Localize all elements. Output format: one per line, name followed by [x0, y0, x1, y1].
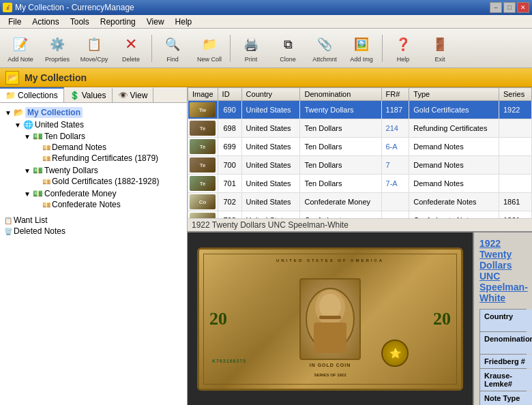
- deleted-notes-label[interactable]: Deleted Notes: [14, 226, 65, 236]
- collection-tree: ▼ 📂 My Collection ▼ 🌐 United States: [0, 103, 187, 405]
- confederate-notes-label[interactable]: Confederate Notes: [52, 200, 121, 209]
- tabs-bar: 📁 Collections 💲 Values 👁️ View: [0, 87, 187, 103]
- add-note-label: Add Note: [8, 56, 33, 63]
- info-strip-text: 1922 Twenty Dollars UNC Speelman-White: [192, 220, 349, 230]
- col-series[interactable]: Series: [499, 88, 531, 101]
- expand-root[interactable]: ▼: [4, 109, 12, 117]
- d-notetype-label: Note Type: [480, 391, 532, 405]
- new-coll-icon: 📁: [198, 33, 220, 55]
- demand-notes-icon: 💴: [42, 144, 50, 151]
- maximize-button[interactable]: □: [503, 2, 516, 13]
- menu-reporting[interactable]: Reporting: [95, 16, 141, 28]
- menu-actions[interactable]: Actions: [27, 16, 64, 28]
- twenty-icon: 💵: [33, 166, 43, 175]
- us-label[interactable]: United States: [35, 120, 84, 130]
- confederate-label[interactable]: Confederate Money: [44, 189, 116, 198]
- gold-certs-row[interactable]: 💴 Gold Certificates (1882-1928): [31, 176, 184, 187]
- confederate-notes-row[interactable]: 💴 Confederate Notes: [31, 199, 184, 210]
- tree-twenty-dollars[interactable]: ▼ 💵 Twenty Dollars 💴 Gold Certificates (…: [22, 164, 184, 188]
- find-button[interactable]: 🔍 Find: [155, 31, 190, 66]
- exit-button[interactable]: 🚪 Exit: [422, 31, 458, 66]
- menu-help[interactable]: Help: [170, 16, 198, 28]
- menu-file[interactable]: File: [3, 16, 27, 28]
- row-fr: 1187: [381, 101, 409, 119]
- twenty-label[interactable]: Twenty Dollars: [44, 166, 98, 175]
- print-button[interactable]: 🖨️ Print: [233, 31, 269, 66]
- expand-us[interactable]: ▼: [14, 121, 22, 129]
- menu-tools[interactable]: Tools: [65, 16, 95, 28]
- deleted-notes-row[interactable]: 🗑️ Deleted Notes: [3, 226, 184, 237]
- tree-confederate-row[interactable]: ▼ 💵 Confederate Money: [22, 188, 184, 199]
- table-row[interactable]: Co 702 United States Confederate Money C…: [188, 193, 532, 211]
- tree-item-us[interactable]: ▼ 🌐 United States ▼ 💵 Ten Dollars: [12, 119, 184, 211]
- delete-button[interactable]: ✕ Delete: [113, 31, 149, 66]
- add-img-button[interactable]: 🖼️ Add Img: [344, 31, 379, 66]
- root-label[interactable]: My Collection: [25, 107, 83, 118]
- demand-notes-row[interactable]: 💴 Demand Notes: [31, 142, 184, 153]
- col-type[interactable]: Type: [409, 88, 499, 101]
- refunding-row[interactable]: 💴 Refunding Certificates (1879): [31, 153, 184, 164]
- clone-button[interactable]: ⧉ Clone: [270, 31, 306, 66]
- col-denomination[interactable]: Denomination: [300, 88, 381, 101]
- gold-certs-label[interactable]: Gold Certificates (1882-1928): [52, 177, 159, 186]
- tree-confederate[interactable]: ▼ 💵 Confederate Money 💴 Confederate Note…: [22, 188, 184, 211]
- menu-view[interactable]: View: [141, 16, 170, 28]
- tree-ten-dollars[interactable]: ▼ 💵 Ten Dollars 💴 Demand Notes: [22, 130, 184, 164]
- twenty-children: 💴 Gold Certificates (1882-1928): [22, 176, 184, 187]
- ten-label[interactable]: Ten Dollars: [44, 132, 85, 141]
- tree-root[interactable]: ▼ 📂 My Collection ▼ 🌐 United States: [3, 106, 184, 212]
- clone-label: Clone: [280, 56, 296, 63]
- want-list-label[interactable]: Want List: [14, 215, 48, 225]
- note-denom-left: 20: [209, 309, 227, 329]
- tree-root-row[interactable]: ▼ 📂 My Collection: [3, 106, 184, 119]
- col-image[interactable]: Image: [188, 88, 218, 101]
- detail-info-panel: 1922 Twenty Dollars UNC Speelman-White C…: [474, 232, 532, 405]
- expand-twenty[interactable]: ▼: [23, 167, 31, 175]
- tree-twenty-row[interactable]: ▼ 💵 Twenty Dollars: [22, 165, 184, 176]
- row-image: Te: [188, 175, 218, 193]
- col-country[interactable]: Country: [241, 88, 300, 101]
- collections-tab-icon: 📁: [5, 91, 16, 100]
- tab-collections[interactable]: 📁 Collections: [0, 87, 64, 102]
- tab-values[interactable]: 💲 Values: [64, 87, 113, 102]
- new-coll-button[interactable]: 📁 New Coll: [192, 31, 227, 66]
- want-list-row[interactable]: 📋 Want List: [3, 215, 184, 226]
- portrait-svg: [303, 282, 357, 357]
- table-row[interactable]: Te 701 United States Ten Dollars 7-A Dem…: [188, 175, 532, 193]
- tree-us-row[interactable]: ▼ 🌐 United States: [12, 119, 184, 130]
- exit-label: Exit: [434, 56, 445, 63]
- col-id[interactable]: ID: [218, 88, 241, 101]
- refunding-label[interactable]: Refunding Certificates (1879): [52, 153, 158, 163]
- close-button[interactable]: ✕: [517, 2, 529, 13]
- expand-confederate[interactable]: ▼: [23, 190, 31, 198]
- table-row[interactable]: Tw 690 United States Twenty Dollars 1187…: [188, 101, 532, 119]
- table-row[interactable]: Te 699 United States Ten Dollars 6-A Dem…: [188, 138, 532, 156]
- col-fr[interactable]: FR#: [381, 88, 409, 101]
- ten-children: 💴 Demand Notes 💴 Refunding Certificates …: [22, 142, 184, 164]
- expand-ten[interactable]: ▼: [23, 133, 31, 140]
- tree-ten-row[interactable]: ▼ 💵 Ten Dollars: [22, 131, 184, 142]
- attachment-button[interactable]: 📎 Attchmnt: [307, 31, 342, 66]
- refunding-icon: 💴: [42, 155, 50, 162]
- properties-button[interactable]: ⚙️ Proprties: [40, 31, 75, 66]
- move-copy-button[interactable]: 📋 Move/Cpy: [76, 31, 112, 66]
- add-note-button[interactable]: 📝 Add Note: [3, 31, 38, 66]
- tab-collections-label: Collections: [18, 91, 58, 100]
- row-fr: [381, 211, 409, 219]
- records-table-container[interactable]: Image ID Country Denomination FR# Type S…: [188, 87, 532, 218]
- row-denomination: Ten Dollars: [300, 175, 381, 193]
- help-button[interactable]: ❓ Help: [385, 31, 421, 66]
- row-image: Co: [188, 193, 218, 211]
- table-row[interactable]: Te 698 United States Ten Dollars 214 Ref…: [188, 119, 532, 138]
- table-row[interactable]: Te 700 United States Ten Dollars 7 Deman…: [188, 156, 532, 175]
- minimize-button[interactable]: –: [490, 2, 502, 13]
- want-list-icon: 📋: [4, 217, 12, 224]
- row-id: 690: [218, 101, 241, 119]
- records-table: Image ID Country Denomination FR# Type S…: [188, 87, 532, 218]
- row-id: 703: [218, 211, 241, 219]
- table-row[interactable]: Co 703 United States Confederate Confede…: [188, 211, 532, 219]
- demand-notes-label[interactable]: Demand Notes: [52, 142, 106, 152]
- toolbar-sep-3: [382, 35, 383, 62]
- tab-view[interactable]: 👁️ View: [113, 87, 154, 102]
- detail-info-grid: Country United States Denomination Twent…: [479, 309, 527, 405]
